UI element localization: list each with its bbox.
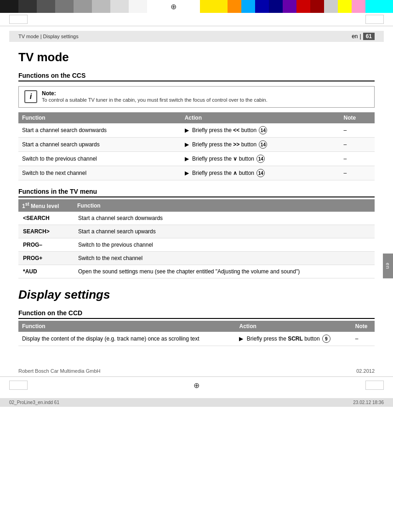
- row-note: –: [340, 152, 375, 166]
- page-header-left: TV mode | Display settings: [18, 34, 79, 39]
- arrow-icon: ▶: [239, 335, 243, 342]
- ccd-col-action: Action: [235, 321, 351, 332]
- ccs-col-note: Note: [340, 112, 375, 123]
- table-row: SEARCH> Start a channel search upwards: [18, 225, 375, 238]
- row-function: Display the content of the display (e.g.…: [18, 332, 235, 346]
- menu-function: Switch to the next channel: [74, 252, 375, 265]
- row-function: Start a channel search upwards: [18, 138, 181, 152]
- arrow-icon: ▶: [185, 170, 189, 176]
- note-box: i Note: To control a suitable TV tuner i…: [18, 86, 375, 108]
- row-action: ▶ Briefly press the ∨ button 14: [181, 152, 340, 166]
- row-note: –: [340, 166, 375, 180]
- row-note: –: [352, 332, 375, 346]
- table-row: PROG– Switch to the previous channel: [18, 238, 375, 252]
- ccd-col-function: Function: [18, 321, 235, 332]
- function-on-ccd-heading: Function on the CCD: [18, 309, 375, 319]
- footer-left: Robert Bosch Car Multimedia GmbH: [18, 368, 101, 374]
- tv-menu-table: 1st Menu level Function <SEARCH Start a …: [18, 199, 375, 278]
- button-badge: 9: [322, 335, 330, 343]
- ccd-col-note: Note: [352, 321, 375, 332]
- display-settings-title: Display settings: [18, 288, 375, 302]
- ccs-col-action: Action: [181, 112, 340, 123]
- note-content: Note: To control a suitable TV tuner in …: [42, 90, 268, 104]
- button-badge: 14: [259, 140, 267, 149]
- bottom-bar-left: 02_ProLine3_en.indd 61: [9, 400, 59, 405]
- table-row: Switch to the previous channel ▶ Briefly…: [18, 152, 375, 166]
- row-function: Start a channel search downwards: [18, 123, 181, 138]
- tv-menu-col-level: 1st Menu level: [18, 199, 74, 212]
- bottom-bar-right: 23.02.12 18:36: [353, 400, 384, 405]
- row-function: Switch to the previous channel: [18, 152, 181, 166]
- ccs-table-header-row: Function Action Note: [18, 112, 375, 123]
- table-row: Start a channel search downwards ▶ Brief…: [18, 123, 375, 138]
- crosshair-top: ⊕: [167, 0, 180, 13]
- menu-level: <SEARCH: [18, 212, 74, 225]
- table-row: Start a channel search upwards ▶ Briefly…: [18, 138, 375, 152]
- row-note: –: [340, 123, 375, 138]
- button-badge: 14: [259, 126, 267, 134]
- table-row: <SEARCH Start a channel search downwards: [18, 212, 375, 225]
- functions-in-tv-menu-heading: Functions in the TV menu: [18, 188, 375, 197]
- footer-right: 02.2012: [356, 368, 375, 374]
- menu-function: Open the sound settings menu (see the ch…: [74, 265, 375, 278]
- menu-level: SEARCH>: [18, 225, 74, 238]
- row-note: –: [340, 138, 375, 152]
- table-row: Switch to the next channel ▶ Briefly pre…: [18, 166, 375, 180]
- note-label: Note:: [42, 90, 268, 97]
- ccs-functions-table: Function Action Note Start a channel sea…: [18, 112, 375, 180]
- menu-level: PROG–: [18, 238, 74, 252]
- ccd-table-header-row: Function Action Note: [18, 321, 375, 332]
- button-badge: 14: [256, 169, 265, 177]
- main-content: TV mode Functions on the CCS i Note: To …: [0, 42, 393, 356]
- menu-level: PROG+: [18, 252, 74, 265]
- tv-mode-title: TV mode: [18, 50, 375, 64]
- tv-menu-header-row: 1st Menu level Function: [18, 199, 375, 212]
- row-action: ▶ Briefly press the SCRL button 9: [235, 332, 351, 346]
- bottom-bar: 02_ProLine3_en.indd 61 23.02.12 18:36: [0, 398, 393, 407]
- menu-function: Start a channel search upwards: [74, 225, 375, 238]
- ccd-functions-table: Function Action Note Display the content…: [18, 321, 375, 346]
- table-row: *AUD Open the sound settings menu (see t…: [18, 265, 375, 278]
- row-action: ▶ Briefly press the << button 14: [181, 123, 340, 138]
- table-row: PROG+ Switch to the next channel: [18, 252, 375, 265]
- page-separator: |: [360, 33, 361, 40]
- arrow-icon: ▶: [185, 156, 189, 162]
- arrow-icon: ▶: [185, 127, 189, 133]
- menu-function: Switch to the previous channel: [74, 238, 375, 252]
- crosshair-bottom: ⊕: [190, 379, 203, 392]
- menu-function: Start a channel search downwards: [74, 212, 375, 225]
- ccs-col-function: Function: [18, 112, 181, 123]
- functions-on-ccs-heading: Functions on the CCS: [18, 72, 375, 81]
- row-action: ▶ Briefly press the ∧ button 14: [181, 166, 340, 180]
- table-row: Display the content of the display (e.g.…: [18, 332, 375, 346]
- note-text: To control a suitable TV tuner in the ca…: [42, 97, 268, 104]
- page-footer: Robert Bosch Car Multimedia GmbH 02.2012: [0, 365, 393, 376]
- page-number: 61: [363, 33, 375, 40]
- row-action: ▶ Briefly press the >> button 14: [181, 138, 340, 152]
- menu-level: *AUD: [18, 265, 74, 278]
- top-marks: [0, 13, 393, 26]
- row-function: Switch to the next channel: [18, 166, 181, 180]
- page-lang: en: [352, 33, 358, 40]
- arrow-icon: ▶: [185, 141, 189, 148]
- bottom-marks: ⊕: [0, 376, 393, 393]
- page-header: TV mode | Display settings en | 61: [9, 31, 384, 42]
- note-icon: i: [24, 90, 37, 103]
- color-registration-bar: ⊕: [0, 0, 393, 13]
- tv-menu-col-function: Function: [74, 199, 375, 212]
- button-badge: 14: [256, 155, 265, 163]
